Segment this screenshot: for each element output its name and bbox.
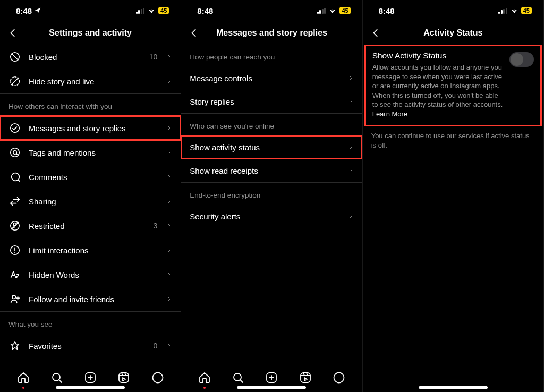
- activity-status-toggle[interactable]: [509, 52, 534, 67]
- row-label: Follow and invite friends: [29, 295, 158, 304]
- comments-icon: [8, 171, 21, 183]
- chevron-right-icon: [347, 75, 354, 81]
- row-limit-interactions[interactable]: Limit interactions: [0, 238, 181, 262]
- footer-note: You can continue to use our services if …: [363, 126, 543, 150]
- back-button[interactable]: [188, 27, 200, 39]
- chevron-right-icon: [166, 247, 172, 253]
- card-body: Allow accounts you follow and anyone you…: [372, 63, 504, 118]
- battery-level: 45: [158, 7, 169, 14]
- tab-search[interactable]: [230, 370, 246, 386]
- hide-story-icon: [8, 75, 21, 88]
- row-label: Message controls: [190, 74, 339, 83]
- row-hide-story[interactable]: Hide story and live: [0, 69, 181, 93]
- tab-add[interactable]: [82, 370, 98, 386]
- row-sharing[interactable]: Sharing: [0, 189, 181, 214]
- status-time: 8:48: [16, 6, 32, 15]
- favorites-icon: [8, 339, 21, 352]
- messages-icon: [8, 122, 21, 134]
- chevron-left-icon: [7, 27, 19, 39]
- cellular-icon: [498, 8, 507, 14]
- row-label: Hidden Words: [29, 270, 158, 279]
- row-label: Limit interactions: [29, 246, 158, 255]
- wifi-icon: [510, 7, 518, 14]
- cellular-icon: [317, 8, 326, 14]
- notification-dot: [203, 387, 206, 389]
- tab-reels[interactable]: [116, 370, 132, 386]
- section-header-e2e: End-to-end encryption: [181, 182, 362, 204]
- follow-invite-icon: [8, 293, 21, 305]
- tab-reels[interactable]: [298, 370, 313, 386]
- card-body-text: Allow accounts you follow and anyone you…: [372, 63, 503, 108]
- battery-level: 45: [339, 7, 350, 14]
- chevron-right-icon: [347, 167, 354, 174]
- tab-search[interactable]: [49, 370, 65, 386]
- activity-status-card: Show Activity Status Allow accounts you …: [365, 45, 541, 126]
- chevron-right-icon: [347, 98, 354, 105]
- blocked-icon: [8, 50, 21, 63]
- status-time: 8:48: [197, 6, 213, 15]
- tab-profile[interactable]: [331, 370, 347, 386]
- card-title: Show Activity Status: [372, 51, 504, 61]
- row-show-activity-status[interactable]: Show activity status: [181, 135, 362, 159]
- row-blocked[interactable]: Blocked 10: [0, 45, 181, 69]
- row-restricted[interactable]: Restricted 3: [0, 214, 181, 238]
- chevron-right-icon: [166, 54, 172, 60]
- battery-level: 45: [521, 7, 532, 14]
- page-title: Activity Status: [423, 28, 482, 38]
- learn-more-link[interactable]: Learn More: [372, 110, 407, 118]
- row-security-alerts[interactable]: Security alerts: [181, 204, 362, 228]
- row-label: Blocked: [29, 53, 142, 62]
- tags-icon: [8, 146, 21, 159]
- status-bar: 8:48 45: [363, 0, 543, 21]
- section-header-whatyousee: What you see: [0, 311, 181, 334]
- chevron-right-icon: [347, 144, 354, 150]
- chevron-right-icon: [166, 125, 172, 131]
- chevron-right-icon: [166, 343, 172, 349]
- row-message-controls[interactable]: Message controls: [181, 66, 362, 90]
- row-count: 10: [149, 53, 158, 61]
- chevron-left-icon: [188, 27, 200, 39]
- home-indicator[interactable]: [237, 386, 306, 389]
- row-count: 0: [154, 342, 158, 350]
- row-hidden-words[interactable]: Hidden Words: [0, 262, 181, 287]
- screen-activity-status: 8:48 45 Activity Status Show Activity St…: [363, 0, 544, 392]
- home-indicator[interactable]: [419, 386, 488, 389]
- wifi-icon: [328, 7, 337, 14]
- row-story-replies[interactable]: Story replies: [181, 90, 362, 113]
- cellular-icon: [136, 8, 145, 14]
- section-header-online: Who can see you're online: [181, 113, 362, 135]
- row-label: Messages and story replies: [29, 124, 158, 133]
- tab-home[interactable]: [15, 370, 31, 386]
- chevron-right-icon: [166, 223, 172, 229]
- status-bar: 8:48 45: [181, 0, 362, 21]
- status-time: 8:48: [379, 6, 395, 15]
- row-favorites[interactable]: Favorites 0: [0, 334, 181, 358]
- row-comments[interactable]: Comments: [0, 165, 181, 189]
- chevron-right-icon: [166, 271, 172, 278]
- chevron-right-icon: [166, 198, 172, 204]
- tab-home[interactable]: [197, 370, 212, 386]
- status-bar: 8:48 45: [0, 0, 181, 21]
- row-label: Sharing: [29, 197, 158, 206]
- back-button[interactable]: [6, 27, 19, 39]
- notification-dot: [22, 387, 24, 389]
- restricted-icon: [8, 219, 21, 232]
- screen-settings: 8:48 45 Settings and activity Blocked 10…: [0, 0, 181, 392]
- back-button[interactable]: [369, 27, 382, 39]
- tab-add[interactable]: [264, 370, 279, 386]
- row-label: Show activity status: [190, 143, 339, 152]
- nav-header: Activity Status: [363, 21, 543, 45]
- row-show-read-receipts[interactable]: Show read receipts: [181, 159, 362, 182]
- row-follow-invite[interactable]: Follow and invite friends: [0, 287, 181, 311]
- chevron-right-icon: [166, 149, 172, 156]
- home-indicator[interactable]: [56, 386, 125, 389]
- row-label: Comments: [29, 173, 158, 182]
- chevron-right-icon: [166, 296, 172, 302]
- row-messages-story-replies[interactable]: Messages and story replies: [0, 116, 181, 140]
- tab-profile[interactable]: [150, 370, 166, 386]
- nav-header: Messages and story replies: [181, 21, 362, 45]
- sharing-icon: [8, 195, 21, 208]
- row-label: Favorites: [29, 342, 146, 351]
- row-tags-mentions[interactable]: Tags and mentions: [0, 140, 181, 165]
- wifi-icon: [147, 7, 156, 14]
